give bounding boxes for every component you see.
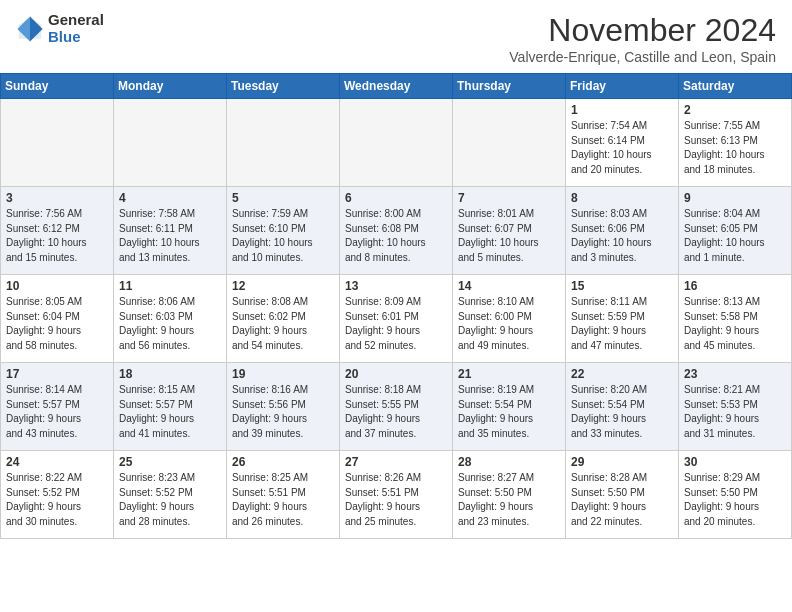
calendar-cell: 11Sunrise: 8:06 AM Sunset: 6:03 PM Dayli…	[114, 275, 227, 363]
day-number: 20	[345, 367, 447, 381]
day-info: Sunrise: 8:00 AM Sunset: 6:08 PM Dayligh…	[345, 207, 447, 265]
calendar-cell	[453, 99, 566, 187]
day-info: Sunrise: 8:23 AM Sunset: 5:52 PM Dayligh…	[119, 471, 221, 529]
logo-blue-text: Blue	[48, 29, 104, 46]
day-number: 29	[571, 455, 673, 469]
day-info: Sunrise: 8:03 AM Sunset: 6:06 PM Dayligh…	[571, 207, 673, 265]
day-number: 7	[458, 191, 560, 205]
weekday-header-saturday: Saturday	[679, 74, 792, 99]
calendar-cell	[114, 99, 227, 187]
day-number: 10	[6, 279, 108, 293]
calendar-table: SundayMondayTuesdayWednesdayThursdayFrid…	[0, 73, 792, 539]
calendar-cell: 24Sunrise: 8:22 AM Sunset: 5:52 PM Dayli…	[1, 451, 114, 539]
week-row-3: 10Sunrise: 8:05 AM Sunset: 6:04 PM Dayli…	[1, 275, 792, 363]
calendar-cell: 30Sunrise: 8:29 AM Sunset: 5:50 PM Dayli…	[679, 451, 792, 539]
day-info: Sunrise: 7:58 AM Sunset: 6:11 PM Dayligh…	[119, 207, 221, 265]
day-number: 30	[684, 455, 786, 469]
day-number: 1	[571, 103, 673, 117]
day-info: Sunrise: 8:10 AM Sunset: 6:00 PM Dayligh…	[458, 295, 560, 353]
weekday-header-monday: Monday	[114, 74, 227, 99]
day-info: Sunrise: 8:13 AM Sunset: 5:58 PM Dayligh…	[684, 295, 786, 353]
calendar-cell: 17Sunrise: 8:14 AM Sunset: 5:57 PM Dayli…	[1, 363, 114, 451]
day-info: Sunrise: 8:04 AM Sunset: 6:05 PM Dayligh…	[684, 207, 786, 265]
calendar-cell: 4Sunrise: 7:58 AM Sunset: 6:11 PM Daylig…	[114, 187, 227, 275]
day-info: Sunrise: 8:15 AM Sunset: 5:57 PM Dayligh…	[119, 383, 221, 441]
month-title: November 2024	[509, 12, 776, 49]
day-number: 27	[345, 455, 447, 469]
day-number: 22	[571, 367, 673, 381]
weekday-header-row: SundayMondayTuesdayWednesdayThursdayFrid…	[1, 74, 792, 99]
day-number: 26	[232, 455, 334, 469]
day-info: Sunrise: 8:11 AM Sunset: 5:59 PM Dayligh…	[571, 295, 673, 353]
day-number: 25	[119, 455, 221, 469]
day-number: 28	[458, 455, 560, 469]
week-row-2: 3Sunrise: 7:56 AM Sunset: 6:12 PM Daylig…	[1, 187, 792, 275]
calendar-cell: 16Sunrise: 8:13 AM Sunset: 5:58 PM Dayli…	[679, 275, 792, 363]
day-info: Sunrise: 8:27 AM Sunset: 5:50 PM Dayligh…	[458, 471, 560, 529]
day-info: Sunrise: 8:09 AM Sunset: 6:01 PM Dayligh…	[345, 295, 447, 353]
day-info: Sunrise: 8:01 AM Sunset: 6:07 PM Dayligh…	[458, 207, 560, 265]
calendar-cell: 19Sunrise: 8:16 AM Sunset: 5:56 PM Dayli…	[227, 363, 340, 451]
day-info: Sunrise: 8:25 AM Sunset: 5:51 PM Dayligh…	[232, 471, 334, 529]
day-number: 5	[232, 191, 334, 205]
day-info: Sunrise: 7:54 AM Sunset: 6:14 PM Dayligh…	[571, 119, 673, 177]
logo-general-text: General	[48, 12, 104, 29]
day-number: 16	[684, 279, 786, 293]
weekday-header-wednesday: Wednesday	[340, 74, 453, 99]
calendar-cell: 14Sunrise: 8:10 AM Sunset: 6:00 PM Dayli…	[453, 275, 566, 363]
calendar-cell: 9Sunrise: 8:04 AM Sunset: 6:05 PM Daylig…	[679, 187, 792, 275]
calendar-cell: 28Sunrise: 8:27 AM Sunset: 5:50 PM Dayli…	[453, 451, 566, 539]
day-number: 12	[232, 279, 334, 293]
day-number: 9	[684, 191, 786, 205]
day-info: Sunrise: 7:56 AM Sunset: 6:12 PM Dayligh…	[6, 207, 108, 265]
calendar-cell: 12Sunrise: 8:08 AM Sunset: 6:02 PM Dayli…	[227, 275, 340, 363]
calendar-cell: 5Sunrise: 7:59 AM Sunset: 6:10 PM Daylig…	[227, 187, 340, 275]
calendar-cell: 23Sunrise: 8:21 AM Sunset: 5:53 PM Dayli…	[679, 363, 792, 451]
day-number: 15	[571, 279, 673, 293]
day-info: Sunrise: 8:16 AM Sunset: 5:56 PM Dayligh…	[232, 383, 334, 441]
week-row-1: 1Sunrise: 7:54 AM Sunset: 6:14 PM Daylig…	[1, 99, 792, 187]
calendar-cell: 3Sunrise: 7:56 AM Sunset: 6:12 PM Daylig…	[1, 187, 114, 275]
day-number: 8	[571, 191, 673, 205]
calendar-cell: 1Sunrise: 7:54 AM Sunset: 6:14 PM Daylig…	[566, 99, 679, 187]
day-number: 13	[345, 279, 447, 293]
calendar-cell: 29Sunrise: 8:28 AM Sunset: 5:50 PM Dayli…	[566, 451, 679, 539]
day-info: Sunrise: 7:55 AM Sunset: 6:13 PM Dayligh…	[684, 119, 786, 177]
calendar-cell: 6Sunrise: 8:00 AM Sunset: 6:08 PM Daylig…	[340, 187, 453, 275]
title-block: November 2024 Valverde-Enrique, Castille…	[509, 12, 776, 65]
day-number: 2	[684, 103, 786, 117]
calendar-cell	[227, 99, 340, 187]
calendar-cell: 25Sunrise: 8:23 AM Sunset: 5:52 PM Dayli…	[114, 451, 227, 539]
day-number: 11	[119, 279, 221, 293]
location-subtitle: Valverde-Enrique, Castille and Leon, Spa…	[509, 49, 776, 65]
weekday-header-sunday: Sunday	[1, 74, 114, 99]
weekday-header-tuesday: Tuesday	[227, 74, 340, 99]
day-info: Sunrise: 8:20 AM Sunset: 5:54 PM Dayligh…	[571, 383, 673, 441]
calendar-cell: 2Sunrise: 7:55 AM Sunset: 6:13 PM Daylig…	[679, 99, 792, 187]
day-info: Sunrise: 8:05 AM Sunset: 6:04 PM Dayligh…	[6, 295, 108, 353]
day-info: Sunrise: 8:21 AM Sunset: 5:53 PM Dayligh…	[684, 383, 786, 441]
week-row-4: 17Sunrise: 8:14 AM Sunset: 5:57 PM Dayli…	[1, 363, 792, 451]
day-info: Sunrise: 8:06 AM Sunset: 6:03 PM Dayligh…	[119, 295, 221, 353]
calendar-cell: 8Sunrise: 8:03 AM Sunset: 6:06 PM Daylig…	[566, 187, 679, 275]
day-info: Sunrise: 8:08 AM Sunset: 6:02 PM Dayligh…	[232, 295, 334, 353]
calendar-cell: 13Sunrise: 8:09 AM Sunset: 6:01 PM Dayli…	[340, 275, 453, 363]
calendar-cell: 18Sunrise: 8:15 AM Sunset: 5:57 PM Dayli…	[114, 363, 227, 451]
day-info: Sunrise: 8:18 AM Sunset: 5:55 PM Dayligh…	[345, 383, 447, 441]
day-number: 21	[458, 367, 560, 381]
day-number: 24	[6, 455, 108, 469]
calendar-cell: 15Sunrise: 8:11 AM Sunset: 5:59 PM Dayli…	[566, 275, 679, 363]
calendar-cell: 22Sunrise: 8:20 AM Sunset: 5:54 PM Dayli…	[566, 363, 679, 451]
calendar-cell: 10Sunrise: 8:05 AM Sunset: 6:04 PM Dayli…	[1, 275, 114, 363]
day-number: 23	[684, 367, 786, 381]
week-row-5: 24Sunrise: 8:22 AM Sunset: 5:52 PM Dayli…	[1, 451, 792, 539]
day-number: 19	[232, 367, 334, 381]
day-number: 17	[6, 367, 108, 381]
calendar-cell: 26Sunrise: 8:25 AM Sunset: 5:51 PM Dayli…	[227, 451, 340, 539]
calendar-cell	[340, 99, 453, 187]
day-info: Sunrise: 8:14 AM Sunset: 5:57 PM Dayligh…	[6, 383, 108, 441]
day-info: Sunrise: 8:22 AM Sunset: 5:52 PM Dayligh…	[6, 471, 108, 529]
weekday-header-friday: Friday	[566, 74, 679, 99]
logo-icon	[16, 15, 44, 43]
day-info: Sunrise: 8:19 AM Sunset: 5:54 PM Dayligh…	[458, 383, 560, 441]
